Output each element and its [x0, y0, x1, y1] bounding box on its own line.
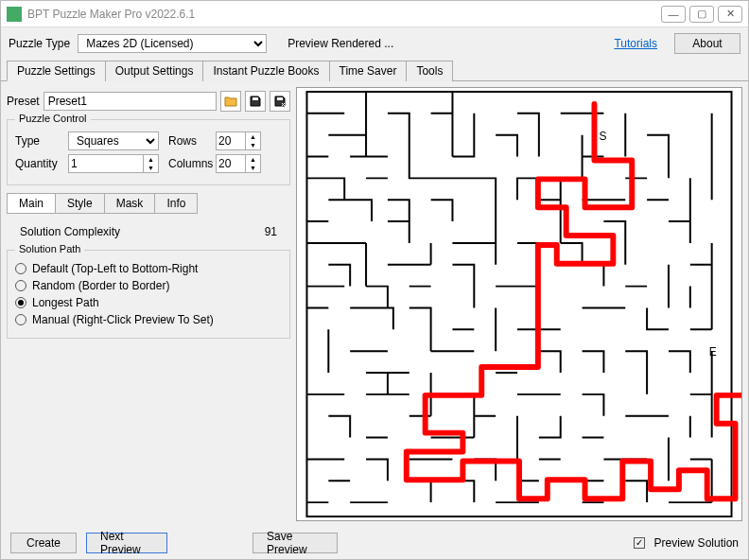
sub-tab-main[interactable]: Main: [7, 193, 56, 214]
puzzle-type-label: Puzzle Type: [9, 37, 70, 50]
sub-tab-mask[interactable]: Mask: [104, 193, 156, 214]
rows-label: Rows: [168, 134, 210, 148]
minimize-button[interactable]: —: [661, 6, 686, 23]
complexity-value: 91: [265, 225, 277, 238]
preset-row: Preset: [7, 87, 290, 115]
sub-tabs: Main Style Mask Info: [7, 193, 290, 214]
window-title: BPT Puzzle Maker Pro v2022.6.1: [27, 8, 657, 21]
rows-input[interactable]: [217, 132, 245, 149]
solution-path-group: Solution Path Default (Top-Left to Botto…: [7, 250, 290, 339]
tab-puzzle-settings[interactable]: Puzzle Settings: [7, 61, 106, 81]
sub-tab-info[interactable]: Info: [154, 193, 198, 214]
preview-solution-checkbox[interactable]: [634, 537, 645, 549]
tutorials-link[interactable]: Tutorials: [614, 37, 657, 50]
svg-rect-0: [253, 97, 258, 100]
quantity-label: Quantity: [15, 157, 62, 170]
maze-svg: S E: [297, 88, 741, 520]
down-arrow-icon[interactable]: ▼: [246, 141, 260, 149]
status-text: Preview Rendered ...: [287, 37, 393, 50]
rows-stepper[interactable]: ▲▼: [216, 131, 261, 150]
top-toolbar: Puzzle Type Mazes 2D (Licensed) Preview …: [1, 27, 748, 60]
type-select[interactable]: Squares: [68, 131, 159, 150]
content-area: Preset Puzzle Control Type Squares Rows …: [1, 81, 748, 527]
tab-tools[interactable]: Tools: [406, 61, 453, 81]
close-button[interactable]: ✕: [718, 6, 742, 23]
radio-icon: [15, 280, 26, 291]
tab-instant-books[interactable]: Instant Puzzle Books: [202, 61, 329, 81]
radio-icon: [15, 314, 26, 325]
end-marker: E: [709, 345, 717, 359]
save-as-icon[interactable]: [270, 91, 290, 112]
preview-solution-label: Preview Solution: [654, 536, 739, 550]
puzzle-control-group: Puzzle Control Type Squares Rows ▲▼ Quan…: [7, 119, 290, 185]
quantity-input[interactable]: [69, 155, 143, 172]
radio-manual[interactable]: Manual (Right-Click Preview To Set): [15, 313, 282, 326]
columns-input[interactable]: [217, 155, 245, 172]
save-icon[interactable]: [245, 91, 266, 112]
radio-default[interactable]: Default (Top-Left to Bottom-Right: [15, 262, 282, 275]
down-arrow-icon[interactable]: ▼: [144, 164, 158, 172]
save-preview-button[interactable]: Save Preview: [253, 533, 338, 553]
preset-label: Preset: [7, 95, 40, 108]
start-marker: S: [599, 130, 606, 143]
footer: Create Next Preview Save Preview Preview…: [1, 527, 748, 559]
puzzle-type-select[interactable]: Mazes 2D (Licensed): [78, 34, 267, 53]
puzzle-control-title: Puzzle Control: [15, 113, 91, 124]
solution-path-title: Solution Path: [15, 243, 84, 254]
complexity-label: Solution Complexity: [20, 225, 120, 238]
folder-open-icon[interactable]: [220, 91, 241, 112]
columns-stepper[interactable]: ▲▼: [216, 154, 261, 173]
app-window: BPT Puzzle Maker Pro v2022.6.1 — ▢ ✕ Puz…: [0, 0, 749, 560]
tab-time-saver[interactable]: Time Saver: [329, 61, 408, 81]
settings-panel: Preset Puzzle Control Type Squares Rows …: [7, 87, 290, 521]
main-tabs: Puzzle Settings Output Settings Instant …: [1, 60, 748, 81]
preset-input[interactable]: [44, 92, 217, 111]
about-button[interactable]: About: [674, 33, 740, 54]
preview-panel: S E: [296, 87, 742, 521]
next-preview-button[interactable]: Next Preview: [86, 533, 167, 553]
maze-preview[interactable]: S E: [296, 87, 742, 521]
quantity-stepper[interactable]: ▲▼: [68, 154, 159, 173]
create-button[interactable]: Create: [10, 533, 77, 553]
up-arrow-icon[interactable]: ▲: [246, 155, 260, 164]
tab-output-settings[interactable]: Output Settings: [105, 61, 204, 81]
up-arrow-icon[interactable]: ▲: [144, 155, 158, 164]
radio-icon: [15, 297, 26, 308]
radio-random[interactable]: Random (Border to Border): [15, 279, 282, 292]
sub-tab-style[interactable]: Style: [55, 193, 105, 214]
svg-rect-1: [277, 97, 283, 100]
app-icon: [7, 7, 22, 22]
radio-longest[interactable]: Longest Path: [15, 296, 282, 309]
type-label: Type: [15, 134, 62, 148]
columns-label: Columns: [168, 157, 210, 170]
radio-icon: [15, 263, 26, 274]
up-arrow-icon[interactable]: ▲: [246, 132, 260, 141]
down-arrow-icon[interactable]: ▼: [246, 164, 260, 172]
maximize-button[interactable]: ▢: [689, 6, 714, 23]
titlebar: BPT Puzzle Maker Pro v2022.6.1 — ▢ ✕: [1, 1, 748, 27]
